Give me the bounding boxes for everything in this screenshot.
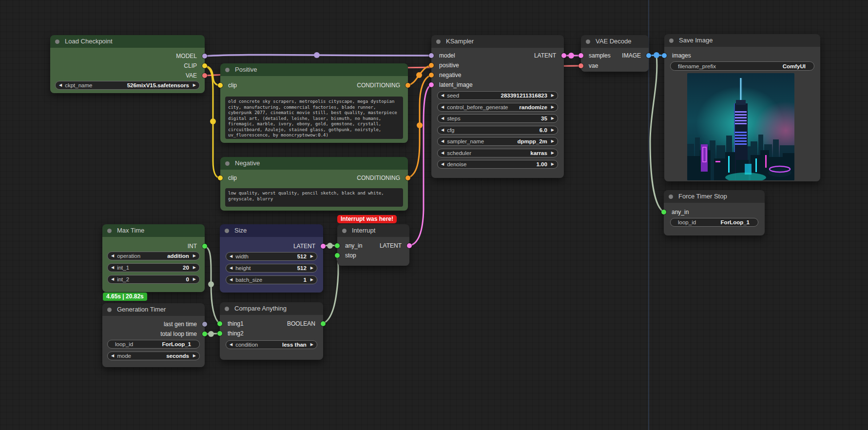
node-force-timer-stop[interactable]: Force Timer Stop any_in loop_idForLoop_1 xyxy=(664,190,765,235)
widget-int-2[interactable]: ◀int_20▶ xyxy=(107,275,200,284)
positive-prompt-textarea[interactable]: old concrete sky scrapers, metropolis ci… xyxy=(225,97,403,139)
input-slot-clip[interactable] xyxy=(218,83,223,88)
next-arrow-icon[interactable]: ▶ xyxy=(310,252,313,261)
node-save-image[interactable]: Save Image images filename_prefixComfyUI xyxy=(664,34,820,181)
widget-batch-size[interactable]: ◀batch_size1▶ xyxy=(226,275,317,284)
input-slot-negative[interactable] xyxy=(429,73,434,78)
collapse-dot-icon[interactable] xyxy=(586,39,590,44)
node-generation-timer[interactable]: Generation Timer last gen time total loo… xyxy=(102,303,205,367)
node-interrupt[interactable]: Interrupt any_in stop LATENT xyxy=(337,224,409,266)
prev-arrow-icon[interactable]: ◀ xyxy=(441,160,444,169)
reroute-dot-int[interactable] xyxy=(208,281,214,287)
reroute-dot-negative[interactable] xyxy=(417,122,423,128)
node-title-bar[interactable]: Force Timer Stop xyxy=(664,190,765,203)
collapse-dot-icon[interactable] xyxy=(55,39,59,44)
node-max-time[interactable]: Max Time INT ◀operationaddition▶ ◀int_12… xyxy=(102,224,205,292)
prev-arrow-icon[interactable]: ◀ xyxy=(111,252,114,260)
widget-steps[interactable]: ◀steps35▶ xyxy=(437,114,558,123)
reroute-dot-image[interactable] xyxy=(654,52,659,58)
collapse-dot-icon[interactable] xyxy=(225,307,229,311)
node-title-bar[interactable]: Save Image xyxy=(664,34,820,47)
output-slot-clip[interactable] xyxy=(202,63,207,68)
output-slot-total-loop-time[interactable] xyxy=(202,332,207,336)
widget-cfg[interactable]: ◀cfg6.0▶ xyxy=(437,126,558,135)
prev-arrow-icon[interactable]: ◀ xyxy=(441,149,444,157)
prev-arrow-icon[interactable]: ◀ xyxy=(441,137,444,146)
input-slot-positive[interactable] xyxy=(429,63,434,68)
collapse-dot-icon[interactable] xyxy=(669,195,673,199)
output-slot-int[interactable] xyxy=(202,244,207,249)
output-slot-vae[interactable] xyxy=(202,73,207,78)
widget-scheduler[interactable]: ◀schedulerkarras▶ xyxy=(437,149,558,157)
node-compare-anything[interactable]: Compare Anything thing1 thing2 BOOLEAN ◀… xyxy=(220,302,323,360)
prev-arrow-icon[interactable]: ◀ xyxy=(441,91,444,100)
next-arrow-icon[interactable]: ▶ xyxy=(551,114,554,123)
prev-arrow-icon[interactable]: ◀ xyxy=(441,114,444,123)
node-ksampler[interactable]: KSampler model positive negative latent_… xyxy=(431,35,564,178)
widget-condition[interactable]: ◀conditionless than▶ xyxy=(226,340,317,349)
input-slot-thing1[interactable] xyxy=(217,321,222,326)
output-slot-conditioning[interactable] xyxy=(405,176,410,180)
collapse-dot-icon[interactable] xyxy=(669,39,674,43)
collapse-dot-icon[interactable] xyxy=(225,229,229,233)
negative-prompt-textarea[interactable]: low quality, worst quality, pencil sketc… xyxy=(225,188,403,207)
input-slot-images[interactable] xyxy=(662,53,667,58)
prev-arrow-icon[interactable]: ◀ xyxy=(111,263,114,272)
reroute-dot-size[interactable] xyxy=(327,243,333,249)
output-slot-last-gen-time[interactable] xyxy=(202,322,207,327)
prev-arrow-icon[interactable]: ◀ xyxy=(111,275,114,284)
prev-arrow-icon[interactable]: ◀ xyxy=(441,126,444,135)
node-title-bar[interactable]: Interrupt xyxy=(337,224,409,237)
widget-height[interactable]: ◀height512▶ xyxy=(226,264,317,273)
widget-control-before-generate[interactable]: ◀control_before_generaterandomize▶ xyxy=(437,103,558,112)
output-slot-latent[interactable] xyxy=(321,244,326,249)
reroute-dot-latent[interactable] xyxy=(568,53,574,59)
widget-mode[interactable]: ◀modeseconds▶ xyxy=(107,352,200,360)
next-arrow-icon[interactable]: ▶ xyxy=(551,91,554,100)
next-arrow-icon[interactable]: ▶ xyxy=(193,352,196,360)
collapse-dot-icon[interactable] xyxy=(225,161,230,166)
node-title-bar[interactable]: Size xyxy=(220,224,323,237)
output-slot-model[interactable] xyxy=(202,54,207,59)
node-title-bar[interactable]: Max Time xyxy=(102,224,205,237)
widget-filename-prefix[interactable]: filename_prefixComfyUI xyxy=(670,61,814,71)
node-negative-prompt[interactable]: Negative clip CONDITIONING low quality, … xyxy=(220,157,408,211)
input-slot-clip[interactable] xyxy=(218,176,223,180)
collapse-dot-icon[interactable] xyxy=(225,68,230,72)
next-arrow-icon[interactable]: ▶ xyxy=(551,103,554,112)
next-arrow-icon[interactable]: ▶ xyxy=(193,275,196,284)
input-slot-latent-image[interactable] xyxy=(429,82,434,87)
next-arrow-icon[interactable]: ▶ xyxy=(193,252,196,260)
widget-int-1[interactable]: ◀int_120▶ xyxy=(107,263,200,272)
node-title-bar[interactable]: Compare Anything xyxy=(220,302,323,315)
prev-arrow-icon[interactable]: ◀ xyxy=(59,81,62,90)
output-slot-conditioning[interactable] xyxy=(405,83,410,88)
input-slot-samples[interactable] xyxy=(579,53,583,58)
widget-sampler-name[interactable]: ◀sampler_namedpmpp_2m▶ xyxy=(437,137,558,146)
prev-arrow-icon[interactable]: ◀ xyxy=(230,252,232,261)
next-arrow-icon[interactable]: ▶ xyxy=(551,126,554,135)
input-slot-thing2[interactable] xyxy=(217,331,222,336)
collapse-dot-icon[interactable] xyxy=(107,308,112,312)
node-title-bar[interactable]: Positive xyxy=(220,63,408,76)
node-graph-canvas[interactable]: Load Checkpoint MODEL CLIP VAE ◀ ckpt_na… xyxy=(0,0,868,430)
prev-arrow-icon[interactable]: ◀ xyxy=(230,340,232,349)
reroute-dot-positive[interactable] xyxy=(416,72,422,78)
node-title-bar[interactable]: Load Checkpoint xyxy=(50,35,205,48)
output-slot-latent[interactable] xyxy=(561,53,566,58)
node-title-bar[interactable]: Negative xyxy=(220,157,408,170)
next-arrow-icon[interactable]: ▶ xyxy=(551,160,554,169)
next-arrow-icon[interactable]: ▶ xyxy=(551,149,554,157)
node-title-bar[interactable]: Generation Timer xyxy=(102,303,205,316)
output-slot-boolean[interactable] xyxy=(321,321,326,326)
widget-denoise[interactable]: ◀denoise1.00▶ xyxy=(437,160,558,169)
input-slot-stop[interactable] xyxy=(335,253,340,258)
next-arrow-icon[interactable]: ▶ xyxy=(193,263,196,272)
input-slot-model[interactable] xyxy=(429,53,434,58)
next-arrow-icon[interactable]: ▶ xyxy=(551,137,554,146)
node-positive-prompt[interactable]: Positive clip CONDITIONING old concrete … xyxy=(220,63,408,143)
widget-ckpt-name[interactable]: ◀ ckpt_name 526mixV15.safetensors ▶ xyxy=(55,81,200,90)
widget-loop-id[interactable]: loop_idForLoop_1 xyxy=(670,218,758,227)
node-load-checkpoint[interactable]: Load Checkpoint MODEL CLIP VAE ◀ ckpt_na… xyxy=(50,35,205,93)
reroute-dot-looptime[interactable] xyxy=(208,331,214,337)
